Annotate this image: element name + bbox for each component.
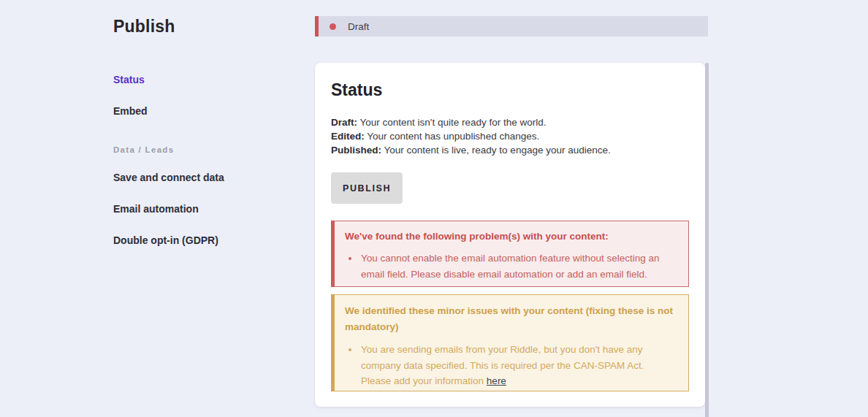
status-descriptions: Draft: Your content isn't quite ready fo…: [331, 115, 611, 157]
status-label-published: Published:: [331, 145, 381, 156]
warning-alert: We identified these minor issues with yo…: [331, 294, 689, 391]
draft-status-dot-icon: [330, 23, 336, 30]
status-text-draft: Your content isn't quite ready for the w…: [357, 117, 546, 128]
sidebar-item-status[interactable]: Status: [113, 74, 145, 85]
error-alert-item: You cannot enable the email automation f…: [359, 250, 677, 282]
publish-button[interactable]: PUBLISH: [331, 172, 403, 204]
status-card-heading: Status: [331, 80, 382, 100]
sidebar-item-embed[interactable]: Embed: [113, 105, 148, 117]
sidebar-item-save-and-connect-data[interactable]: Save and connect data: [113, 172, 224, 183]
status-text-edited: Your content has unpublished changes.: [365, 131, 539, 142]
warning-alert-item: You are sending emails from your Riddle,…: [359, 342, 677, 389]
status-description-draft: Draft: Your content isn't quite ready fo…: [331, 115, 611, 129]
here-link[interactable]: here: [487, 375, 506, 386]
status-label-draft: Draft:: [331, 117, 357, 128]
status-description-edited: Edited: Your content has unpublished cha…: [331, 129, 611, 143]
page-title: Publish: [113, 17, 175, 37]
status-description-published: Published: Your content is live, ready t…: [331, 143, 611, 157]
vertical-scrollbar[interactable]: [705, 63, 709, 417]
sidebar-item-double-opt-in-gdpr[interactable]: Double opt-in (GDPR): [113, 234, 218, 246]
error-alert: We've found the following problem(s) wit…: [331, 221, 689, 287]
sidebar-section-data-leads: Data / Leads: [113, 145, 174, 154]
sidebar-item-email-automation[interactable]: Email automation: [113, 203, 199, 215]
status-label-edited: Edited:: [331, 131, 365, 142]
publish-status-bar: Draft: [315, 16, 708, 37]
draft-status-label: Draft: [348, 21, 369, 32]
status-card: Status Draft: Your content isn't quite r…: [315, 63, 705, 407]
status-text-published: Your content is live, ready to engage yo…: [381, 145, 611, 156]
error-alert-list: You cannot enable the email automation f…: [345, 250, 677, 282]
warning-alert-heading: We identified these minor issues with yo…: [345, 303, 674, 335]
warning-alert-list: You are sending emails from your Riddle,…: [345, 342, 677, 389]
error-alert-heading: We've found the following problem(s) wit…: [345, 229, 677, 244]
